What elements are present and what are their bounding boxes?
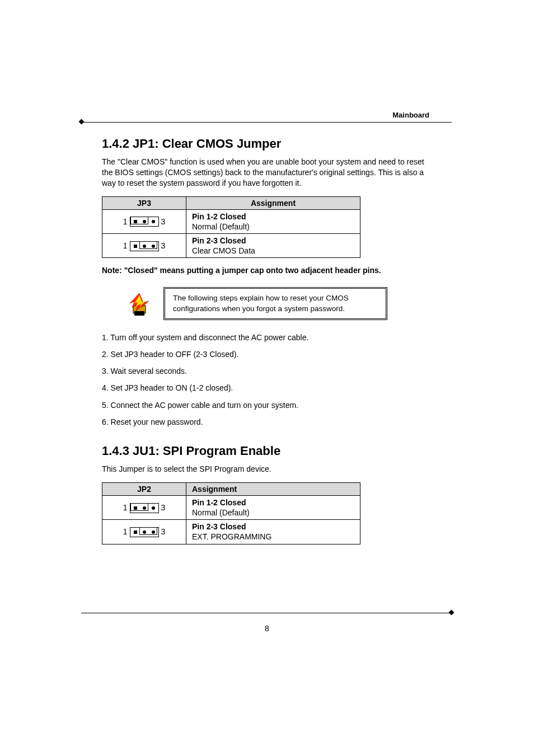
assignment-norm: Normal (Default)	[192, 222, 354, 232]
jumper-diagram-cell: 1 3	[102, 495, 186, 519]
tip-text: The following steps explain how to reset…	[163, 287, 387, 320]
steps-list: 1. Turn off your system and disconnect t…	[102, 332, 429, 427]
pin-label-right: 3	[161, 241, 166, 250]
assignment-bold: Pin 2-3 Closed	[192, 522, 354, 532]
list-item: 2. Set JP3 header to OFF (2-3 Closed).	[102, 349, 429, 359]
content-area: 1.4.2 JP1: Clear CMOS Jumper The "Clear …	[102, 137, 429, 552]
assignment-bold: Pin 1-2 Closed	[192, 497, 354, 508]
page: Mainboard 1.4.2 JP1: Clear CMOS Jumper T…	[0, 0, 534, 756]
jumper-diagram-cell: 1 3	[102, 520, 186, 544]
diamond-icon	[79, 119, 85, 125]
assignment-norm: Clear CMOS Data	[192, 246, 354, 256]
section-intro-143: This Jumper is to select the SPI Program…	[102, 464, 429, 475]
list-item: 6. Reset your new password.	[102, 417, 429, 427]
svg-rect-1	[134, 311, 144, 316]
pin-label-right: 3	[161, 217, 166, 226]
assignment-cell: Pin 2-3 Closed EXT. PROGRAMMING	[186, 520, 360, 544]
jumper-table-jp2: JP2 Assignment 1 3 Pin 1-2 Closed	[102, 482, 360, 544]
assignment-norm: Normal (Default)	[192, 508, 354, 518]
top-rule	[81, 122, 452, 123]
jumper-table-jp3: JP3 Assignment 1 3 Pin 1-2 Closed	[102, 196, 360, 259]
pin-label-left: 1	[123, 241, 128, 250]
pin-label-left: 1	[123, 503, 128, 512]
section-heading-143: 1.4.3 JU1: SPI Program Enable	[102, 444, 429, 458]
col-header-jp3: JP3	[102, 196, 186, 209]
section-heading-142: 1.4.2 JP1: Clear CMOS Jumper	[102, 137, 429, 151]
assignment-cell: Pin 1-2 Closed Normal (Default)	[186, 495, 360, 519]
table-row: 1 3 Pin 1-2 Closed Normal (Default)	[102, 209, 360, 233]
list-item: 4. Set JP3 header to ON (1-2 closed).	[102, 383, 429, 393]
col-header-jp2: JP2	[102, 482, 186, 495]
bottom-rule	[81, 613, 452, 613]
assignment-norm: EXT. PROGRAMMING	[192, 532, 354, 542]
section-intro-142: The "Clear CMOS" function is used when y…	[102, 157, 429, 189]
tip-icon	[127, 291, 152, 317]
diamond-icon	[449, 610, 455, 616]
jumper-diagram-cell: 1 3	[102, 234, 186, 258]
assignment-cell: Pin 1-2 Closed Normal (Default)	[186, 209, 360, 233]
table-row: 1 3 Pin 1-2 Closed Normal (Default)	[102, 495, 360, 519]
col-header-assignment: Assignment	[186, 196, 360, 209]
pin-label-right: 3	[161, 527, 166, 536]
table-row: 1 3 Pin 2-3 Closed EXT. PROGRAMMING	[102, 520, 360, 544]
tip-callout: The following steps explain how to reset…	[127, 287, 429, 320]
page-number: 8	[0, 624, 534, 633]
pin-label-right: 3	[161, 503, 166, 512]
table-row: JP3 Assignment	[102, 196, 360, 209]
list-item: 3. Wait several seconds.	[102, 366, 429, 376]
running-header: Mainboard	[392, 111, 429, 119]
table-row: JP2 Assignment	[102, 482, 360, 495]
col-header-assignment: Assignment	[186, 482, 360, 495]
jumper-diagram-23-closed: 1 3	[123, 527, 166, 537]
jumper-diagram-12-closed: 1 3	[123, 503, 166, 513]
assignment-bold: Pin 2-3 Closed	[192, 236, 354, 246]
pin-label-left: 1	[123, 527, 128, 536]
list-item: 1. Turn off your system and disconnect t…	[102, 332, 429, 342]
pin-label-left: 1	[123, 217, 128, 226]
assignment-cell: Pin 2-3 Closed Clear CMOS Data	[186, 234, 360, 258]
table-row: 1 3 Pin 2-3 Closed Clear CMOS Data	[102, 234, 360, 258]
list-item: 5. Connect the AC power cable and turn o…	[102, 400, 429, 410]
assignment-bold: Pin 1-2 Closed	[192, 212, 354, 222]
jumper-diagram-12-closed: 1 3	[123, 216, 166, 227]
jumper-diagram-23-closed: 1 3	[123, 241, 166, 251]
jumper-diagram-cell: 1 3	[102, 209, 186, 233]
closed-note: Note: "Closed" means putting a jumper ca…	[102, 266, 429, 275]
